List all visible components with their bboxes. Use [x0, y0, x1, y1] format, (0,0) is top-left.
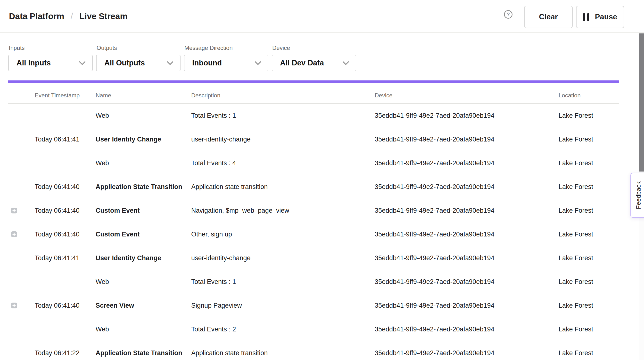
event-location: Lake Forest [558, 207, 593, 214]
event-timestamp: Today 06:41:41 [35, 136, 80, 143]
column-header-location: Location [558, 92, 581, 99]
pause-button-label: Pause [595, 12, 617, 21]
column-header-event-timestamp: Event Timestamp [35, 92, 80, 99]
expand-cell [11, 303, 17, 308]
column-header-name: Name [96, 92, 111, 99]
expand-cell [11, 113, 17, 119]
filter-label: Device [272, 45, 356, 52]
event-location: Lake Forest [558, 183, 593, 191]
expand-cell [11, 350, 17, 356]
event-name: User Identity Change [96, 136, 161, 143]
breadcrumb-item-data-platform[interactable]: Data Platform [9, 11, 64, 21]
filters-bar: Inputs All Inputs Outputs All Outputs Me… [8, 45, 356, 71]
event-location: Lake Forest [558, 136, 593, 143]
event-name: Web [96, 112, 109, 119]
event-description: Application state transition [191, 183, 268, 191]
event-location: Lake Forest [558, 302, 593, 309]
filter-select[interactable]: All Outputs [96, 55, 180, 71]
feedback-tab-label: Feedback [635, 181, 642, 209]
event-description: user-identity-change [191, 136, 251, 143]
event-table-body: Web Total Events : 1 35eddb41-9ff9-49e2-… [0, 104, 644, 360]
chevron-down-icon [254, 61, 262, 65]
event-location: Lake Forest [558, 254, 593, 262]
filter-select[interactable]: Inbound [184, 55, 268, 71]
event-location: Lake Forest [558, 349, 593, 357]
event-device: 35eddb41-9ff9-49e2-7aed-20afa90eb194 [375, 112, 494, 119]
feedback-tab[interactable]: Feedback [630, 173, 644, 218]
stream-progress-bar [8, 80, 619, 83]
expand-row-button[interactable] [11, 303, 17, 308]
table-header-row: Event Timestamp Name Description Device … [0, 88, 644, 103]
event-description: Total Events : 1 [191, 278, 236, 286]
event-device: 35eddb41-9ff9-49e2-7aed-20afa90eb194 [375, 349, 494, 357]
event-description: Signup Pageview [191, 302, 242, 309]
table-row[interactable]: Today 06:41:41 User Identity Change user… [0, 127, 644, 151]
scrollbar-thumb[interactable] [639, 33, 644, 172]
expand-cell [11, 231, 17, 237]
table-row[interactable]: Web Total Events : 2 35eddb41-9ff9-49e2-… [0, 317, 644, 341]
event-location: Lake Forest [558, 112, 593, 119]
filter-inputs: Inputs All Inputs [8, 45, 93, 71]
expand-cell [11, 326, 17, 332]
column-header-device: Device [375, 92, 392, 99]
filter-outputs: Outputs All Outputs [96, 45, 180, 71]
filter-select[interactable]: All Dev Data [272, 55, 356, 71]
event-device: 35eddb41-9ff9-49e2-7aed-20afa90eb194 [375, 136, 494, 143]
filter-device: Device All Dev Data [272, 45, 356, 71]
expand-row-button[interactable] [11, 208, 17, 213]
event-device: 35eddb41-9ff9-49e2-7aed-20afa90eb194 [375, 278, 494, 286]
event-location: Lake Forest [558, 231, 593, 238]
filter-message-direction: Message Direction Inbound [184, 45, 268, 71]
table-row[interactable]: Web Total Events : 1 35eddb41-9ff9-49e2-… [0, 270, 644, 294]
event-device: 35eddb41-9ff9-49e2-7aed-20afa90eb194 [375, 302, 494, 309]
table-row[interactable]: Today 06:41:41 User Identity Change user… [0, 246, 644, 270]
table-row[interactable]: Web Total Events : 1 35eddb41-9ff9-49e2-… [0, 104, 644, 127]
expand-cell [11, 279, 17, 285]
expand-cell [11, 136, 17, 142]
table-row[interactable]: Web Total Events : 4 35eddb41-9ff9-49e2-… [0, 151, 644, 175]
event-description: Total Events : 2 [191, 326, 236, 333]
chevron-down-icon [342, 61, 350, 65]
breadcrumb: Data Platform / Live Stream [9, 0, 128, 32]
event-timestamp: Today 06:41:41 [35, 254, 80, 262]
event-name: Web [96, 160, 109, 167]
page-header: Data Platform / Live Stream ? Clear Paus… [0, 0, 644, 33]
event-name: Application State Transition [96, 183, 182, 191]
event-description: Total Events : 1 [191, 112, 236, 119]
pause-button[interactable]: Pause [576, 6, 624, 28]
table-row[interactable]: Today 06:41:22 Application State Transit… [0, 341, 644, 360]
table-row[interactable]: Today 06:41:40 Application State Transit… [0, 175, 644, 199]
event-name: Application State Transition [96, 349, 182, 357]
clear-button[interactable]: Clear [524, 6, 573, 28]
table-row[interactable]: Today 06:41:40 Custom Event Navigation, … [0, 199, 644, 222]
expand-row-button[interactable] [11, 231, 17, 237]
event-timestamp: Today 06:41:40 [35, 183, 80, 191]
event-description: Navigation, $mp_web_page_view [191, 207, 289, 214]
event-description: user-identity-change [191, 254, 251, 262]
event-device: 35eddb41-9ff9-49e2-7aed-20afa90eb194 [375, 231, 494, 238]
breadcrumb-item-live-stream: Live Stream [79, 11, 128, 21]
event-description: Application state transition [191, 349, 268, 357]
event-location: Lake Forest [558, 160, 593, 167]
expand-cell [11, 160, 17, 166]
event-name: Custom Event [96, 231, 140, 238]
filter-select[interactable]: All Inputs [8, 55, 93, 71]
chevron-down-icon [78, 61, 86, 65]
filter-selected-value: All Dev Data [280, 59, 324, 67]
filter-selected-value: All Outputs [104, 59, 145, 67]
help-icon[interactable]: ? [504, 10, 512, 19]
expand-cell [11, 208, 17, 213]
event-device: 35eddb41-9ff9-49e2-7aed-20afa90eb194 [375, 254, 494, 262]
event-timestamp: Today 06:41:40 [35, 302, 80, 309]
chevron-down-icon [166, 61, 174, 65]
event-location: Lake Forest [558, 278, 593, 286]
expand-cell [11, 255, 17, 261]
event-name: Screen View [96, 302, 134, 309]
event-name: Custom Event [96, 207, 140, 214]
table-row[interactable]: Today 06:41:40 Custom Event Other, sign … [0, 222, 644, 246]
event-name: Web [96, 326, 109, 333]
filter-label: Message Direction [184, 45, 268, 52]
column-header-description: Description [191, 92, 220, 99]
event-device: 35eddb41-9ff9-49e2-7aed-20afa90eb194 [375, 183, 494, 191]
table-row[interactable]: Today 06:41:40 Screen View Signup Pagevi… [0, 294, 644, 317]
